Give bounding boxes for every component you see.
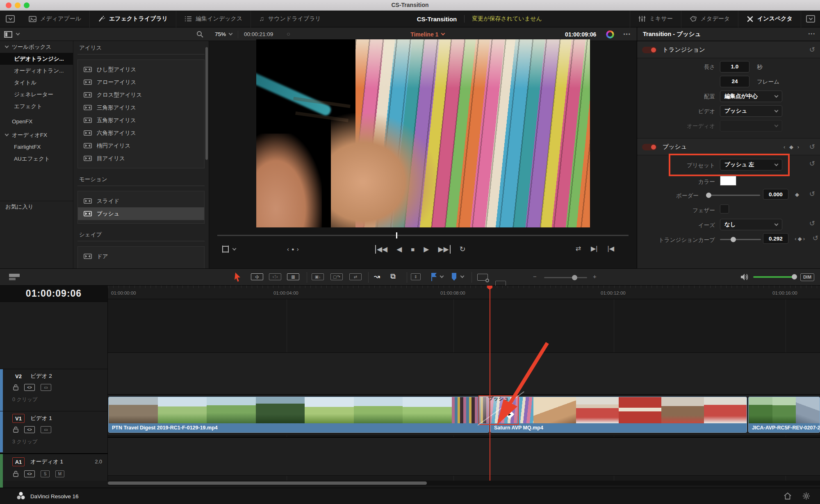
timeline-ruler[interactable]: 01:00:00:00 01:00:04:00 01:00:08:00 01:0… bbox=[108, 286, 820, 299]
trim-edit-mode-icon[interactable]: ‹|› bbox=[251, 273, 263, 280]
effect-item-eye-iris[interactable]: 目アイリス bbox=[78, 152, 204, 165]
hscrollbar-thumb[interactable] bbox=[108, 481, 427, 485]
insert-clip-icon[interactable]: ▣↓ bbox=[312, 273, 324, 280]
next-edit-icon[interactable]: ▶| bbox=[591, 245, 597, 252]
effects-library-button[interactable]: エフェクトライブラリ bbox=[90, 11, 176, 27]
seek-playhead[interactable] bbox=[396, 232, 397, 238]
volume-slider[interactable] bbox=[753, 276, 796, 278]
push-enable-toggle[interactable] bbox=[642, 144, 657, 150]
length-seconds-input[interactable]: 1.0 bbox=[720, 61, 749, 73]
effect-item-push[interactable]: プッシュ bbox=[78, 207, 204, 220]
panel-layout-chevron-icon[interactable] bbox=[16, 32, 20, 36]
timeline-hscrollbar[interactable] bbox=[108, 481, 820, 486]
auto-select-icon[interactable]: <> bbox=[24, 384, 35, 391]
sidebar-item-au-effects[interactable]: AUエフェクト bbox=[0, 153, 73, 165]
effect-item-triangle-iris[interactable]: 三角形アイリス bbox=[78, 101, 204, 114]
reset-icon[interactable]: ↺ bbox=[813, 234, 818, 243]
inspector-button[interactable]: インスペクタ bbox=[738, 11, 801, 27]
link-clips-icon[interactable]: ⧉ bbox=[390, 272, 396, 281]
timeline-name[interactable]: Timeline 1 bbox=[410, 31, 438, 38]
panel-toggle-button[interactable] bbox=[806, 15, 815, 23]
timeline-clip-ptn[interactable]: PTN Travel Digest 2019-RC1-F-0129-19.mp4 bbox=[108, 397, 489, 433]
filmstrip-view-icon[interactable]: ▭ bbox=[41, 384, 51, 391]
track-header-v1[interactable]: V1 ビデオ 1 <> ▭ 3 クリップ bbox=[0, 411, 108, 452]
sidebar-item-audiofx[interactable]: オーディオFX bbox=[0, 129, 73, 141]
media-pool-button[interactable]: メディアプール bbox=[20, 11, 90, 27]
viewer-mode-button[interactable] bbox=[221, 245, 236, 253]
go-to-end-button[interactable]: ▶▶ bbox=[438, 245, 450, 254]
color-viewer-icon[interactable] bbox=[606, 30, 614, 39]
keyframe-nav-icons[interactable]: ‹◆› bbox=[795, 236, 806, 242]
color-swatch[interactable] bbox=[720, 176, 736, 186]
zoom-out-button[interactable]: − bbox=[533, 273, 537, 280]
zoom-in-button[interactable]: + bbox=[593, 273, 597, 280]
lock-icon[interactable] bbox=[13, 427, 18, 433]
sidebar-item-video-transitions[interactable]: ビデオトランジシ... bbox=[0, 53, 73, 65]
reset-icon[interactable]: ↺ bbox=[809, 159, 815, 168]
sidebar-item-favorites[interactable]: お気に入り bbox=[0, 201, 73, 213]
lock-icon[interactable] bbox=[13, 471, 18, 477]
effects-scrollbar[interactable] bbox=[205, 47, 208, 160]
border-value-input[interactable]: 0.000 bbox=[763, 189, 788, 200]
dim-button[interactable]: DIM bbox=[800, 273, 814, 281]
curve-slider[interactable] bbox=[720, 239, 761, 240]
sidebar-item-generators[interactable]: ジェネレーター bbox=[0, 89, 73, 100]
marker-chevron-icon[interactable] bbox=[460, 274, 465, 278]
timeline-clip-jica[interactable]: JICA-AVP-RC5F-REV-0207-20... bbox=[748, 397, 820, 433]
curve-value-input[interactable]: 0.292 bbox=[763, 233, 788, 244]
marker-icon[interactable] bbox=[451, 273, 457, 281]
play-button[interactable]: ▶ bbox=[424, 245, 429, 254]
metadata-button[interactable]: メタデータ bbox=[681, 11, 738, 27]
track-lane-a1[interactable] bbox=[108, 437, 820, 476]
zoom-slider-knob[interactable] bbox=[572, 275, 577, 280]
go-to-start-button[interactable]: ◀◀ bbox=[375, 245, 387, 254]
inspector-options-icon[interactable]: ••• bbox=[808, 31, 815, 36]
home-icon[interactable] bbox=[784, 493, 791, 499]
sidebar-item-fairlightfx[interactable]: FairlightFX bbox=[0, 141, 73, 153]
mixer-button[interactable]: ミキサー bbox=[630, 11, 681, 27]
sidebar-item-titles[interactable]: タイトル bbox=[0, 77, 73, 89]
effect-item-slide[interactable]: スライド bbox=[78, 195, 204, 207]
volume-slider-knob[interactable] bbox=[792, 274, 797, 279]
transition-enable-toggle[interactable] bbox=[642, 47, 657, 53]
settings-gear-icon[interactable] bbox=[802, 492, 810, 500]
play-reverse-button[interactable]: ◀ bbox=[396, 245, 402, 254]
track-name-a1[interactable]: オーディオ 1 bbox=[30, 458, 63, 465]
viewer-options-icon[interactable]: ••• bbox=[623, 32, 631, 37]
dynamic-trim-mode-icon[interactable]: ‹ᛏ› bbox=[269, 273, 281, 280]
replace-clip-icon[interactable]: ⇄ bbox=[349, 273, 362, 280]
effect-item-hexagon-iris[interactable]: 六角形アイリス bbox=[78, 127, 204, 139]
track-id-a1[interactable]: A1 bbox=[12, 457, 25, 466]
sidebar-item-toolbox[interactable]: ツールボックス bbox=[0, 41, 73, 53]
sidebar-item-openfx[interactable]: OpenFX bbox=[0, 116, 73, 127]
track-id-v2[interactable]: V2 bbox=[12, 372, 25, 381]
sidebar-item-audio-transitions[interactable]: オーディオトラン... bbox=[0, 65, 73, 77]
align-dropdown[interactable]: 編集点が中心 bbox=[720, 91, 782, 102]
mute-button[interactable]: M bbox=[55, 470, 64, 477]
track-id-v1[interactable]: V1 bbox=[12, 414, 25, 423]
keyframe-nav-icons[interactable]: ‹ ◆ › bbox=[784, 144, 800, 150]
border-slider[interactable] bbox=[707, 195, 760, 196]
track-name-v1[interactable]: ビデオ 1 bbox=[30, 415, 52, 422]
track-header-v2[interactable]: V2 ビデオ 2 <> ▭ 0 クリップ bbox=[0, 369, 108, 411]
loop-jog-icon[interactable]: ⇄ bbox=[576, 245, 581, 252]
effect-item-oval-iris[interactable]: 楕円アイリス bbox=[78, 139, 204, 152]
flag-icon[interactable] bbox=[431, 273, 437, 281]
zoom-chevron-icon[interactable] bbox=[229, 32, 233, 36]
viewer-seek-bar[interactable] bbox=[217, 235, 629, 236]
effect-item-arrow-iris[interactable]: アローアイリス bbox=[78, 76, 204, 89]
auto-select-icon[interactable]: <> bbox=[24, 470, 35, 477]
loop-dot-icon[interactable]: ● bbox=[292, 247, 294, 252]
effect-item-diamond-iris[interactable]: ひし型アイリス bbox=[78, 63, 204, 76]
search-icon[interactable] bbox=[196, 31, 203, 38]
audio-style-dropdown[interactable] bbox=[720, 120, 782, 132]
reset-icon[interactable]: ↺ bbox=[809, 219, 815, 228]
ease-dropdown[interactable]: なし bbox=[720, 219, 782, 230]
razor-edit-mode-icon[interactable]: ▥ bbox=[287, 273, 299, 280]
loop-button[interactable]: ↻ bbox=[460, 245, 466, 254]
border-slider-knob[interactable] bbox=[706, 193, 711, 198]
timeline-zoom-slider[interactable] bbox=[544, 277, 587, 278]
mark-in-icon[interactable]: ‹ bbox=[287, 245, 289, 252]
effect-item-pentagon-iris[interactable]: 五角形アイリス bbox=[78, 114, 204, 127]
in-out-controls[interactable]: ‹●› bbox=[287, 245, 299, 252]
